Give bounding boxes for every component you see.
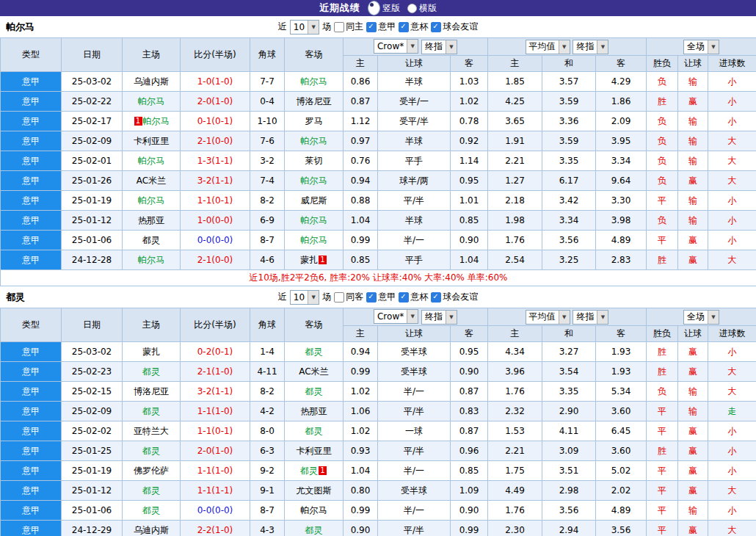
dropdown-arrow-icon: ▼ bbox=[559, 311, 570, 324]
euro-away-odds: 1.93 bbox=[596, 342, 647, 362]
club-friendly-checkbox[interactable] bbox=[431, 292, 441, 303]
match-score: 1-1(1-0) bbox=[181, 402, 250, 421]
italy-cup-filter[interactable]: 意杯 bbox=[399, 291, 428, 303]
match-date: 25-02-22 bbox=[62, 92, 123, 112]
result-goals: 小 bbox=[708, 461, 756, 481]
match-row: 意甲25-01-19帕尔马1-1(0-1)8-2威尼斯0.88平/半1.012.… bbox=[1, 191, 756, 211]
asian-home-odds: 0.99 bbox=[344, 362, 378, 382]
summary-stats: 近10场,胜2平2负6, 胜率:20% 让球率:40% 大率:40% 单率:60… bbox=[1, 270, 756, 286]
col-header-score: 比分(半场) bbox=[181, 308, 250, 342]
torino-filterbar: 都灵 近 10 ▼ 场 同客 意甲 意杯 bbox=[0, 286, 756, 308]
col-header-type: 类型 bbox=[1, 308, 62, 342]
match-row: 意甲25-02-171帕尔马0-1(0-1)1-10罗马1.12受平/半0.78… bbox=[1, 112, 756, 131]
euro-draw-odds: 3.59 bbox=[542, 92, 596, 112]
match-date: 25-02-02 bbox=[62, 421, 123, 441]
match-date: 25-02-23 bbox=[62, 362, 123, 382]
euro-away-odds: 3.34 bbox=[596, 151, 647, 171]
league-type: 意甲 bbox=[1, 72, 62, 92]
euro-draw-odds: 3.56 bbox=[542, 501, 596, 521]
same-venue-filter[interactable]: 同主 bbox=[334, 21, 363, 33]
euro-away-odds: 5.02 bbox=[596, 461, 647, 481]
serie-a-filter[interactable]: 意甲 bbox=[366, 21, 396, 33]
asian-away-odds: 0.85 bbox=[451, 461, 488, 481]
club-friendly-filter[interactable]: 球会友谊 bbox=[431, 291, 478, 303]
same-home-checkbox[interactable] bbox=[334, 22, 344, 32]
fulltime-select[interactable]: 全场 ▼ bbox=[683, 40, 719, 54]
avg-odds-select[interactable]: 平均值 ▼ bbox=[526, 40, 570, 54]
asian-handicap-line: 一球 bbox=[378, 421, 451, 441]
league-type: 意甲 bbox=[1, 521, 62, 536]
euro-away-odds: 3.98 bbox=[596, 211, 647, 231]
match-row: 意甲25-03-02蒙扎0-2(0-1)1-4都灵0.94受半球0.954.34… bbox=[1, 342, 756, 362]
league-type: 意甲 bbox=[1, 481, 62, 501]
serie-a-checkbox[interactable] bbox=[366, 292, 377, 303]
serie-a-checkbox[interactable] bbox=[366, 22, 377, 32]
avg-odds-select[interactable]: 平均值 ▼ bbox=[526, 310, 570, 325]
avg-final-select[interactable]: 终指 ▼ bbox=[573, 310, 608, 325]
match-row: 意甲25-01-12都灵1-1(1-1)9-1尤文图斯0.80受半球1.094.… bbox=[1, 481, 756, 501]
euro-home-odds: 2.21 bbox=[488, 441, 542, 461]
odds-company-select[interactable]: Crow* ▼ bbox=[374, 39, 418, 54]
result-handicap: 赢 bbox=[678, 441, 708, 461]
league-type: 意甲 bbox=[1, 231, 62, 250]
torino-results-table: 类型 日期 主场 比分(半场) 角球 客场 Crow* ▼ 终指 ▼ bbox=[0, 308, 756, 536]
asian-away-odds: 0.78 bbox=[451, 112, 488, 131]
parma-match-rows: 意甲25-03-02乌迪内斯1-0(1-0)7-7帕尔马0.86半球1.031.… bbox=[1, 72, 756, 270]
horizontal-layout-radio[interactable] bbox=[407, 4, 417, 13]
club-friendly-filter[interactable]: 球会友谊 bbox=[431, 21, 478, 33]
italy-cup-checkbox[interactable] bbox=[399, 22, 409, 32]
away-team: 莱切 bbox=[285, 151, 344, 171]
euro-away-odds: 4.89 bbox=[596, 231, 647, 250]
same-venue-filter[interactable]: 同客 bbox=[334, 291, 363, 303]
league-type: 意甲 bbox=[1, 441, 62, 461]
fulltime-select[interactable]: 全场 ▼ bbox=[683, 310, 719, 325]
result-handicap: 赢 bbox=[678, 342, 708, 362]
col-header-result-wl: 胜负 bbox=[647, 326, 678, 342]
away-team: 帕尔马 bbox=[285, 501, 344, 521]
result-goals: 大 bbox=[708, 481, 756, 501]
avg-final-select[interactable]: 终指 ▼ bbox=[573, 40, 608, 54]
summary-row: 近10场,胜2平2负6, 胜率:20% 让球率:40% 大率:40% 单率:60… bbox=[1, 270, 756, 286]
serie-a-filter[interactable]: 意甲 bbox=[366, 291, 396, 303]
same-away-checkbox[interactable] bbox=[334, 292, 344, 303]
parma-results-table: 类型 日期 主场 比分(半场) 角球 客场 Crow* ▼ 终指 ▼ bbox=[0, 37, 756, 286]
horizontal-layout-option[interactable]: 横版 bbox=[407, 2, 437, 15]
league-type: 意甲 bbox=[1, 112, 62, 131]
match-score: 1-1(1-1) bbox=[181, 481, 250, 501]
result-header: 全场 ▼ bbox=[647, 308, 756, 326]
asian-home-odds: 0.90 bbox=[344, 521, 378, 536]
parma-filterbar: 帕尔马 近 10 ▼ 场 同主 意甲 意杯 bbox=[0, 16, 756, 37]
vertical-layout-radio[interactable] bbox=[368, 1, 380, 15]
result-handicap: 赢 bbox=[678, 421, 708, 441]
asian-away-odds: 1.01 bbox=[451, 191, 488, 211]
odds-company-select[interactable]: Crow* ▼ bbox=[374, 309, 418, 324]
asian-home-odds: 1.02 bbox=[344, 382, 378, 402]
match-date: 25-03-02 bbox=[62, 342, 123, 362]
club-friendly-checkbox[interactable] bbox=[431, 22, 441, 32]
asian-handicap-line: 受半球 bbox=[378, 362, 451, 382]
corner-count: 7-4 bbox=[250, 171, 285, 191]
league-type: 意甲 bbox=[1, 92, 62, 112]
asian-handicap-line: 半/一 bbox=[378, 461, 451, 481]
odds-final-select[interactable]: 终指 ▼ bbox=[421, 40, 457, 54]
match-count-select[interactable]: 10 ▼ bbox=[290, 290, 319, 305]
asian-away-odds: 1.14 bbox=[451, 151, 488, 171]
italy-cup-filter[interactable]: 意杯 bbox=[399, 21, 428, 33]
match-row: 意甲25-02-09卡利亚里2-1(0-0)7-6帕尔马0.97半球0.921.… bbox=[1, 131, 756, 151]
italy-cup-checkbox[interactable] bbox=[399, 292, 409, 303]
result-handicap: 赢 bbox=[678, 481, 708, 501]
away-team: 帕尔马 bbox=[285, 211, 344, 231]
col-header-result-goals: 进球数 bbox=[708, 326, 756, 342]
match-row: 意甲25-02-15博洛尼亚3-2(1-1)8-2都灵1.02半/一0.871.… bbox=[1, 382, 756, 402]
result-win-loss: 胜 bbox=[647, 441, 678, 461]
match-count-select[interactable]: 10 ▼ bbox=[290, 20, 319, 35]
euro-home-odds: 2.30 bbox=[488, 521, 542, 536]
home-team: 热那亚 bbox=[123, 211, 181, 231]
corner-count: 8-2 bbox=[250, 382, 285, 402]
dropdown-arrow-icon: ▼ bbox=[308, 21, 319, 34]
odds-final-select[interactable]: 终指 ▼ bbox=[421, 310, 457, 325]
asian-home-odds: 0.99 bbox=[344, 501, 378, 521]
match-score: 0-1(0-1) bbox=[181, 112, 250, 131]
vertical-layout-option[interactable]: 竖版 bbox=[368, 1, 400, 15]
euro-away-odds: 2.09 bbox=[596, 112, 647, 131]
